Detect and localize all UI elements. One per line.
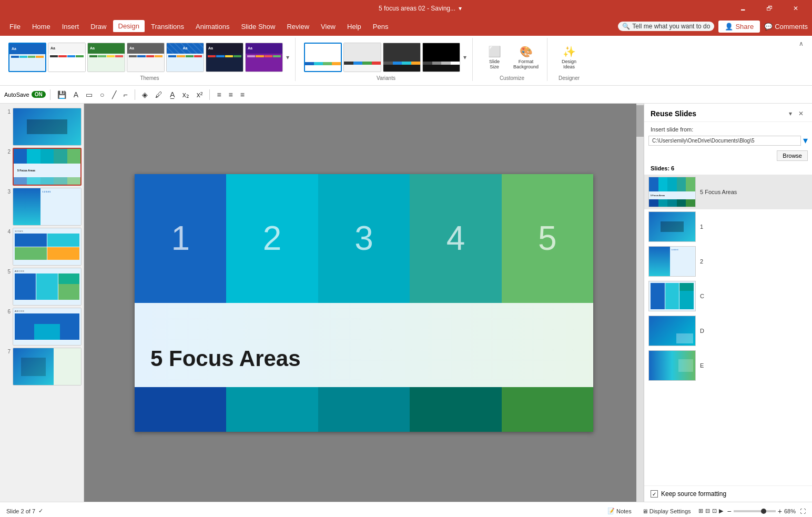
- notes-button[interactable]: 📝 Notes: [604, 506, 635, 515]
- slide-item-7[interactable]: 7: [2, 348, 82, 386]
- menu-home[interactable]: Home: [27, 21, 56, 33]
- design-ideas-button[interactable]: ✨ DesignIdeas: [556, 43, 582, 72]
- scroll-thumb[interactable]: [636, 105, 644, 137]
- align-left-button[interactable]: ≡: [214, 89, 224, 100]
- menu-insert[interactable]: Insert: [57, 21, 85, 33]
- menu-help[interactable]: Help: [342, 21, 367, 33]
- browse-button[interactable]: Browse: [777, 150, 808, 161]
- ribbon: Aa: [0, 36, 812, 86]
- design-ideas-icon: ✨: [563, 45, 576, 58]
- zoom-slider[interactable]: [734, 510, 776, 512]
- restore-button[interactable]: 🗗: [757, 0, 781, 17]
- fill-button[interactable]: ◈: [139, 89, 150, 100]
- zoom-slider-thumb[interactable]: [761, 509, 766, 514]
- align-right-button[interactable]: ≡: [238, 89, 247, 100]
- variants-group: ▾ Variants: [300, 38, 473, 81]
- theme-6[interactable]: Aa: [206, 43, 243, 72]
- menu-design[interactable]: Design: [113, 20, 145, 33]
- slide-thumb-4[interactable]: 1 2 3 4 5: [13, 228, 82, 266]
- reuse-slide-item-e[interactable]: E: [644, 348, 812, 383]
- reuse-go-button[interactable]: ▾: [803, 135, 808, 146]
- theme-4[interactable]: Aa: [127, 43, 165, 72]
- slideshow-icon[interactable]: ▶: [719, 508, 723, 514]
- slide-sorter-icon[interactable]: ⊟: [705, 508, 710, 514]
- display-settings-button[interactable]: 🖥 Display Settings: [639, 507, 694, 515]
- close-button[interactable]: ✕: [784, 0, 808, 17]
- normal-view-icon[interactable]: ⊞: [698, 508, 703, 514]
- saving-chevron[interactable]: ▾: [459, 5, 462, 12]
- reuse-path-input[interactable]: [648, 136, 801, 146]
- variant-2[interactable]: [343, 43, 381, 72]
- variant-3[interactable]: [383, 43, 421, 72]
- format-background-button[interactable]: 🎨 FormatBackground: [509, 43, 543, 72]
- zoom-minus-button[interactable]: −: [727, 507, 732, 515]
- rectangle-button[interactable]: ▭: [83, 89, 95, 100]
- slide-item-4[interactable]: 4 1 2 3 4 5: [2, 228, 82, 266]
- ellipse-button[interactable]: ○: [97, 89, 107, 100]
- menu-view[interactable]: View: [316, 21, 341, 33]
- focus-col-2: 2: [226, 174, 318, 303]
- superscript-button[interactable]: x²: [194, 89, 206, 100]
- menu-transitions[interactable]: Transitions: [146, 21, 189, 33]
- theme-7[interactable]: Aa: [245, 43, 283, 72]
- slide-thumb-7[interactable]: [13, 348, 82, 386]
- share-button[interactable]: 👤 Share: [718, 21, 760, 33]
- theme-3[interactable]: Aa: [87, 43, 125, 72]
- menu-file[interactable]: File: [4, 21, 26, 33]
- reuse-slide-item-c[interactable]: C: [644, 279, 812, 313]
- subscript-button[interactable]: x₂: [180, 89, 192, 100]
- slide-item-1[interactable]: 1: [2, 108, 82, 146]
- variant-1[interactable]: [304, 43, 342, 72]
- slide-item-5[interactable]: 5 A B C D E: [2, 268, 82, 306]
- connector-button[interactable]: ⌐: [121, 89, 130, 100]
- save-button[interactable]: 💾: [55, 89, 69, 100]
- minimize-button[interactable]: 🗕: [731, 0, 755, 17]
- themes-chevron[interactable]: ▾: [285, 53, 291, 62]
- slide-thumb-6[interactable]: A B C D E: [13, 308, 82, 346]
- align-center-button[interactable]: ≡: [226, 89, 236, 100]
- canvas-scrollbar[interactable]: [636, 104, 644, 502]
- theme-5[interactable]: Aa: [166, 43, 204, 72]
- reading-view-icon[interactable]: ⊡: [712, 508, 717, 514]
- zoom-percent[interactable]: 68%: [784, 508, 796, 514]
- menu-animations[interactable]: Animations: [190, 21, 235, 33]
- reuse-thumb-1: [648, 211, 696, 242]
- ribbon-collapse-button[interactable]: ∧: [799, 40, 804, 47]
- slides-count: Slides: 6: [644, 165, 812, 175]
- reuse-slide-item-0[interactable]: 5 Focus Areas 5 Focus Areas: [644, 175, 812, 209]
- menu-review[interactable]: Review: [281, 21, 314, 33]
- reuse-slide-item-1[interactable]: 1: [644, 209, 812, 244]
- slide-thumb-3[interactable]: 1 2 3 4 5: [13, 188, 82, 226]
- outline-button[interactable]: 🖊: [153, 89, 165, 100]
- slide-item-6[interactable]: 6 A B C D E: [2, 308, 82, 346]
- reuse-slide-item-d[interactable]: D: [644, 313, 812, 348]
- keep-source-checkbox[interactable]: ✓: [651, 490, 658, 498]
- fit-slide-button[interactable]: ⛶: [800, 508, 806, 514]
- text-box-button[interactable]: A: [71, 89, 81, 100]
- slide-thumb-2[interactable]: 5 Focus Areas: [13, 148, 82, 186]
- font-color-button[interactable]: A̲: [167, 89, 178, 100]
- search-bar[interactable]: 🔍 Tell me what you want to do: [618, 22, 714, 31]
- menu-draw[interactable]: Draw: [85, 21, 111, 33]
- slide-thumb-5[interactable]: A B C D E: [13, 268, 82, 306]
- comments-button[interactable]: 💬 Comments: [764, 23, 808, 31]
- reuse-dropdown-button[interactable]: ▾: [787, 109, 794, 118]
- reuse-close-button[interactable]: ✕: [796, 109, 806, 118]
- variants-chevron[interactable]: ▾: [462, 53, 468, 62]
- zoom-plus-button[interactable]: +: [778, 507, 782, 515]
- menu-slideshow[interactable]: Slide Show: [236, 21, 280, 33]
- slide-item-2[interactable]: 2 5 Focus Areas: [2, 148, 82, 186]
- line-button[interactable]: ╱: [109, 89, 119, 100]
- autosave-state[interactable]: ON: [32, 91, 46, 98]
- menu-pens[interactable]: Pens: [368, 21, 394, 33]
- slide-num-4: 4: [2, 229, 11, 235]
- theme-2[interactable]: Aa: [48, 43, 86, 72]
- reuse-slide-item-2[interactable]: content 2: [644, 244, 812, 279]
- slide-size-button[interactable]: ⬜ SlideSize: [481, 43, 508, 72]
- slide-title[interactable]: 5 Focus Areas: [150, 346, 301, 371]
- slide-item-3[interactable]: 3 1 2 3 4 5: [2, 188, 82, 226]
- variant-4[interactable]: [422, 43, 460, 72]
- slide-thumb-1[interactable]: [13, 108, 82, 146]
- theme-1[interactable]: Aa: [8, 43, 46, 72]
- accessibility-icon[interactable]: ✓: [38, 508, 43, 514]
